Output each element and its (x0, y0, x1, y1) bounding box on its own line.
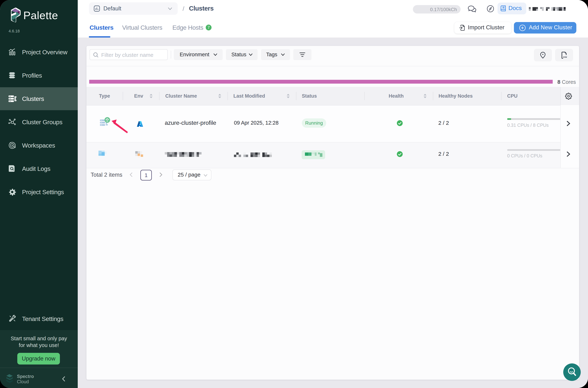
svg-text:csv: csv (563, 56, 567, 58)
